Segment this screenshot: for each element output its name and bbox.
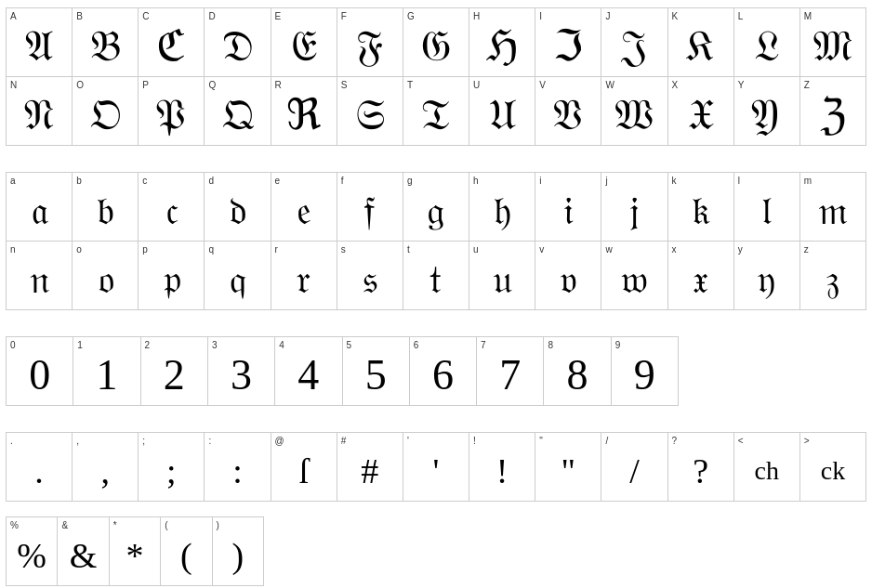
cell-e: e𝔢 — [271, 173, 337, 242]
cell-8: 88 — [544, 337, 611, 406]
cell-v: v𝔳 — [535, 242, 601, 310]
cell-question: ?? — [668, 433, 734, 502]
cell-V: V𝔙 — [535, 77, 601, 146]
cell-F: F𝔉 — [337, 8, 403, 77]
cell-5: 55 — [343, 337, 410, 406]
cell-lt: <ch — [734, 433, 800, 502]
cell-E: E𝔈 — [271, 8, 337, 77]
cell-4: 44 — [275, 337, 342, 406]
cell-slash: // — [601, 433, 667, 502]
cell-a: a𝔞 — [7, 173, 73, 242]
cell-P: P𝔓 — [139, 77, 205, 146]
cell-period: .. — [7, 433, 73, 502]
cell-2: 22 — [141, 337, 208, 406]
cell-d: d𝔡 — [205, 173, 271, 242]
cell-1: 11 — [73, 337, 140, 406]
cell-u: u𝔲 — [469, 242, 535, 310]
cell-7: 77 — [477, 337, 544, 406]
cell-percent: %% — [7, 517, 58, 586]
cell-n: n𝔫 — [7, 242, 73, 310]
page-container: A𝔄 B𝔅 Cℭ D𝔇 E𝔈 F𝔉 G𝔊 Hℌ Iℑ J𝔍 K𝔎 L𝔏 M𝔐 N… — [0, 0, 872, 588]
cell-lparen: (( — [161, 517, 212, 586]
cell-comma: ,, — [73, 433, 139, 502]
cell-hash: ## — [337, 433, 403, 502]
cell-Z: Zℨ — [800, 77, 866, 146]
numbers-section: 00 11 22 33 44 55 66 77 88 99 — [6, 336, 679, 406]
cell-gt: >ck — [800, 433, 866, 502]
cell-semicolon: ;; — [139, 433, 205, 502]
cell-g: g𝔤 — [403, 173, 469, 242]
cell-U: U𝔘 — [469, 77, 535, 146]
cell-O: O𝔒 — [73, 77, 139, 146]
cell-c: c𝔠 — [139, 173, 205, 242]
cell-K: K𝔎 — [668, 8, 734, 77]
cell-colon: :: — [205, 433, 271, 502]
cell-C: Cℭ — [139, 8, 205, 77]
cell-L: L𝔏 — [734, 8, 800, 77]
cell-3: 33 — [208, 337, 275, 406]
symbols-section: .. ,, ;; :: @ſ ## '' !! "" // ?? <ch >ck — [6, 432, 866, 502]
cell-t: t𝔱 — [403, 242, 469, 310]
cell-z: z𝔷 — [800, 242, 866, 310]
cell-r: r𝔯 — [271, 242, 337, 310]
cell-ampersand: && — [58, 517, 109, 586]
cell-o: o𝔬 — [73, 242, 139, 310]
cell-N: N𝔑 — [7, 77, 73, 146]
cell-y: y𝔶 — [734, 242, 800, 310]
cell-x: x𝔵 — [668, 242, 734, 310]
uppercase-section: A𝔄 B𝔅 Cℭ D𝔇 E𝔈 F𝔉 G𝔊 Hℌ Iℑ J𝔍 K𝔎 L𝔏 M𝔐 N… — [6, 7, 866, 146]
cell-Y: Y𝔜 — [734, 77, 800, 146]
cell-w: w𝔴 — [601, 242, 667, 310]
cell-exclamation: !! — [469, 433, 535, 502]
cell-p: p𝔭 — [139, 242, 205, 310]
cell-T: T𝔗 — [403, 77, 469, 146]
cell-S: S𝔖 — [337, 77, 403, 146]
cell-asterisk: ** — [110, 517, 161, 586]
cell-B: B𝔅 — [73, 8, 139, 77]
cell-f: f𝔣 — [337, 173, 403, 242]
cell-i: i𝔦 — [535, 173, 601, 242]
cell-quote: "" — [535, 433, 601, 502]
cell-6: 66 — [410, 337, 477, 406]
cell-m: m𝔪 — [800, 173, 866, 242]
cell-s: s𝔰 — [337, 242, 403, 310]
cell-l: l𝔩 — [734, 173, 800, 242]
cell-b: b𝔟 — [73, 173, 139, 242]
symbols-section2: %% && ** (( )) — [6, 516, 264, 586]
cell-J: J𝔍 — [601, 8, 667, 77]
cell-R: Rℜ — [271, 77, 337, 146]
cell-j: j𝔧 — [601, 173, 667, 242]
cell-Q: Q𝔔 — [205, 77, 271, 146]
cell-A: A𝔄 — [7, 8, 73, 77]
cell-W: W𝔚 — [601, 77, 667, 146]
cell-rparen: )) — [213, 517, 264, 586]
cell-I: Iℑ — [535, 8, 601, 77]
cell-M: M𝔐 — [800, 8, 866, 77]
lowercase-section: a𝔞 b𝔟 c𝔠 d𝔡 e𝔢 f𝔣 g𝔤 h𝔥 i𝔦 j𝔧 k𝔨 l𝔩 m𝔪 n… — [6, 172, 866, 310]
cell-X: X𝔛 — [668, 77, 734, 146]
cell-D: D𝔇 — [205, 8, 271, 77]
cell-9: 99 — [612, 337, 679, 406]
cell-H: Hℌ — [469, 8, 535, 77]
cell-k: k𝔨 — [668, 173, 734, 242]
cell-0: 00 — [7, 337, 73, 406]
cell-q: q𝔮 — [205, 242, 271, 310]
cell-h: h𝔥 — [469, 173, 535, 242]
cell-at: @ſ — [271, 433, 337, 502]
cell-G: G𝔊 — [403, 8, 469, 77]
cell-apostrophe: '' — [403, 433, 469, 502]
